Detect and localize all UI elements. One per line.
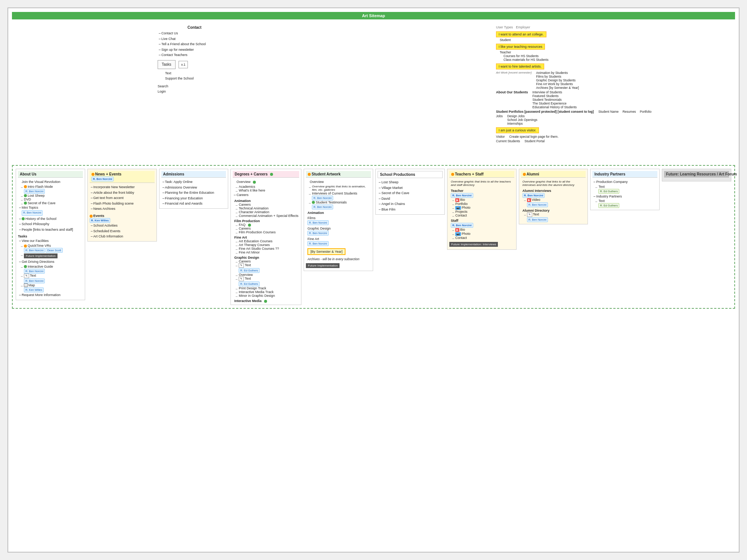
col-header-teachers: Teachers + Staff — [449, 171, 514, 178]
history-school: History of the School — [18, 216, 83, 222]
teacher-contact: Contact — [449, 214, 514, 217]
name-ken: R. Ken Willes — [24, 287, 44, 292]
film-careers: Careers — [233, 227, 299, 230]
student-label: Student — [500, 38, 713, 42]
alumni-interviews-header: Alumni Interviews R. Ben Norcini — [521, 189, 586, 198]
bottom-section: About Us Join the Visual Revolution Intr… — [12, 165, 735, 309]
prod-village: Village Market — [378, 185, 443, 191]
alumni-text: ✎Text R. Ben Norcini — [521, 212, 586, 222]
employer-item-1: Films by Students — [536, 75, 579, 78]
art-minor: Fine Art Minor — [233, 251, 299, 254]
minor-gd: Minor in Graphic Design — [233, 294, 299, 298]
teacher-label: Teacher — [500, 50, 713, 54]
job-item-2: Internships — [507, 122, 537, 125]
artwork-overview: Overview — [306, 179, 371, 185]
name-ed-ind2: R. Ed Guthers — [598, 203, 619, 208]
prod-david: David — [378, 196, 443, 202]
col-admissions: Admissions Task: Apply Online Admissions… — [159, 169, 229, 209]
login-label: Login — [158, 89, 206, 94]
name-ben-art: R. Ben Norcini — [312, 196, 333, 200]
news-archives: News Archives — [90, 206, 155, 212]
name-ben-fa: R. Ben Norcini — [307, 241, 328, 246]
create-login: Create special login page for them. — [509, 135, 558, 139]
events-header: Events R. Ken Willes — [90, 214, 155, 223]
col-header-alumni: Alumni — [521, 171, 586, 178]
academics: Academics — [233, 185, 299, 189]
degrees-overview: Overview — [233, 179, 299, 185]
name-ben: R. Ben Norcini — [24, 189, 45, 194]
artwork-films: Films R. Ben Norcini — [306, 216, 371, 225]
people-links: People [links to teachers and staff] — [18, 227, 83, 233]
top-section: Contact Contact Us Live Chat Tell a Frie… — [12, 22, 735, 164]
user-types-label: User Types — [496, 25, 513, 29]
name-ben-video: R. Ben Norcini — [527, 202, 548, 207]
art-work-label: Art Work [recent semester] — [496, 71, 531, 74]
art-edu: Art Education Courses — [233, 239, 299, 243]
alumni-directory-header: Alumni Directory — [521, 209, 586, 212]
art-club: Art Club Information — [90, 234, 155, 239]
highlight-teaching: I like your teaching resources — [496, 44, 545, 50]
job-item-1: School Job Openings — [507, 118, 537, 122]
staff-subheader: Staff R. Ben Norcini — [449, 219, 514, 228]
employer-item-4: Archives [by Semester & Year] — [536, 86, 579, 90]
scheduled-events: Scheduled Events — [90, 228, 155, 234]
text-item: ✎Text R. Ben Norcini — [18, 274, 83, 283]
col-header-productions: School Productions — [378, 171, 443, 178]
visitor-label: Visitor — [496, 135, 505, 139]
flash-photo: Flash Photo building scene — [90, 201, 155, 206]
student-testimonials: Student Testimonials R. Ben Norcini — [306, 200, 371, 209]
col-degrees-careers: Degrees + Careers Overview Academics Wha… — [230, 169, 301, 305]
gd-text: ✎Text R. Ed Guthers — [233, 263, 299, 273]
production-company: Production Company — [592, 179, 657, 185]
interactive-media-label: Interactive Media — [233, 299, 299, 303]
employer-item-2: Graphic Design by Students — [536, 78, 579, 82]
user-types-section: User Types Employer I want to attend an … — [496, 25, 713, 144]
col-student-artwork: Student Artwork Overview Overview graphi… — [304, 169, 373, 271]
current-students-label: Current Students — [496, 139, 520, 143]
jobs-label: Jobs — [496, 114, 503, 118]
gd-overview: Overview — [233, 273, 299, 277]
future-impl-about: Future Implementation — [18, 253, 83, 259]
search-label: Search — [158, 84, 206, 89]
col-alumni: Alumni Overview graphic that links to al… — [519, 169, 588, 224]
artwork-gd: Graphic Design R. Ben Norcini — [306, 227, 371, 236]
name-ben-5: R. Ben Norcini — [24, 279, 45, 283]
staff-contact: Contact — [449, 236, 514, 240]
animation-header: Animation — [233, 199, 299, 203]
future-impl-interviews: Future Implementation: Interviews — [449, 241, 514, 248]
artwork-overview-note: Overview graphic that links to animation… — [306, 185, 371, 192]
tech-anim: Technical Animation — [233, 206, 299, 210]
contact-item: Sign up for newsletter — [158, 47, 206, 53]
intro-flash: Intro Flash Mode R. Ben Norcini — [18, 185, 83, 194]
artwork-animation: Animation — [306, 211, 371, 215]
gd-text2: ✎Text R. Ed Guthers — [233, 277, 299, 286]
teacher-photo: 📷Photo — [449, 206, 514, 210]
lost-sheep: Lost Sheep — [18, 194, 83, 197]
art-studio: Fine Art Studio Courses ?? — [233, 247, 299, 251]
col-header-news: News + Events R. Ben Norcini — [90, 171, 155, 183]
task-apply: Task: Apply Online — [161, 179, 226, 185]
film-courses: Film Production Courses — [233, 230, 299, 234]
highlight-hire: I want to hire talented artists. — [496, 63, 544, 69]
planning: Planning for the Entire Education — [161, 190, 226, 196]
tasks-support: Support the School — [165, 76, 206, 81]
contact-section: Contact Contact Us Live Chat Tell a Frie… — [158, 25, 206, 94]
name-ed-ind: R. Ed Guthers — [598, 189, 619, 194]
contact-item: Contact Us — [158, 31, 206, 36]
job-item-0: Design Jobs — [507, 114, 537, 118]
col-header-degrees: Degrees + Careers — [233, 171, 299, 178]
teacher-subheader: Teacher R. Ben Norcini — [449, 189, 514, 198]
col-header-industry: Industry Partners — [592, 171, 657, 178]
name-ben-4: R. Ben Norcini — [24, 269, 45, 274]
secret-cave: Secret of the Cave — [18, 201, 83, 205]
name-ben-alumni: R. Ben Norcini — [523, 193, 545, 198]
newsletter: Incorporate New Newsletter — [90, 184, 155, 190]
name-ben-3: R. Ben Norcini — [24, 248, 45, 253]
fine-art-header: Fine Art — [233, 236, 299, 239]
employer-item-3: Fine Art Work by Students — [536, 82, 579, 86]
view-facilities: View our Facilities — [18, 238, 83, 244]
col-news-events: News + Events R. Ben Norcini Incorporate… — [87, 169, 157, 242]
col-header-future: Future: Learning Resources / Art Forum — [664, 171, 729, 178]
columns-row: About Us Join the Visual Revolution Intr… — [16, 169, 731, 305]
request-info: Request More Information — [18, 292, 83, 298]
